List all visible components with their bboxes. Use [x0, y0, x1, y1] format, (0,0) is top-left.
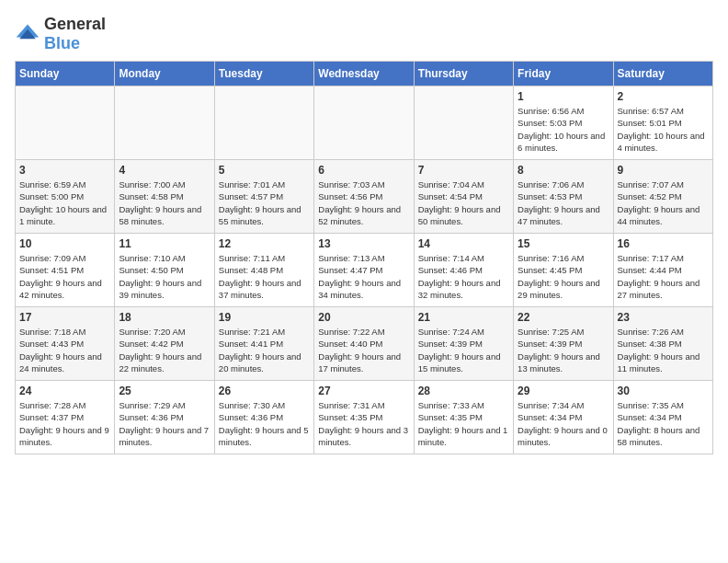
logo: General Blue [15, 15, 106, 53]
calendar-cell: 30Sunrise: 7:35 AM Sunset: 4:34 PM Dayli… [613, 381, 712, 454]
day-number: 4 [119, 164, 210, 177]
day-number: 22 [518, 311, 609, 324]
day-info: Sunrise: 7:35 AM Sunset: 4:34 PM Dayligh… [618, 399, 709, 448]
day-info: Sunrise: 7:18 AM Sunset: 4:43 PM Dayligh… [19, 326, 110, 374]
day-info: Sunrise: 7:00 AM Sunset: 4:58 PM Dayligh… [119, 178, 210, 227]
day-number: 10 [19, 237, 110, 250]
calendar-cell: 2Sunrise: 6:57 AM Sunset: 5:01 PM Daylig… [613, 86, 712, 160]
calendar-cell: 22Sunrise: 7:25 AM Sunset: 4:39 PM Dayli… [514, 307, 613, 381]
header-sunday: Sunday [16, 62, 115, 86]
header-saturday: Saturday [613, 62, 712, 86]
day-info: Sunrise: 7:31 AM Sunset: 4:35 PM Dayligh… [318, 399, 409, 448]
day-number: 16 [618, 237, 709, 250]
calendar-week-row: 17Sunrise: 7:18 AM Sunset: 4:43 PM Dayli… [16, 307, 713, 381]
calendar-table: SundayMondayTuesdayWednesdayThursdayFrid… [15, 61, 713, 454]
day-info: Sunrise: 7:33 AM Sunset: 4:35 PM Dayligh… [418, 399, 509, 448]
calendar-cell: 15Sunrise: 7:16 AM Sunset: 4:45 PM Dayli… [514, 234, 613, 307]
day-info: Sunrise: 7:21 AM Sunset: 4:41 PM Dayligh… [219, 326, 310, 374]
day-info: Sunrise: 7:06 AM Sunset: 4:53 PM Dayligh… [518, 178, 609, 227]
day-info: Sunrise: 7:26 AM Sunset: 4:38 PM Dayligh… [618, 326, 709, 374]
calendar-cell: 14Sunrise: 7:14 AM Sunset: 4:46 PM Dayli… [414, 234, 513, 307]
calendar-cell: 4Sunrise: 7:00 AM Sunset: 4:58 PM Daylig… [115, 160, 214, 234]
day-info: Sunrise: 7:01 AM Sunset: 4:57 PM Dayligh… [219, 178, 310, 227]
calendar-cell: 25Sunrise: 7:29 AM Sunset: 4:36 PM Dayli… [115, 381, 214, 454]
day-info: Sunrise: 6:57 AM Sunset: 5:01 PM Dayligh… [618, 105, 709, 154]
day-info: Sunrise: 7:20 AM Sunset: 4:42 PM Dayligh… [119, 326, 210, 374]
day-info: Sunrise: 7:22 AM Sunset: 4:40 PM Dayligh… [318, 326, 409, 374]
calendar-cell: 9Sunrise: 7:07 AM Sunset: 4:52 PM Daylig… [613, 160, 712, 234]
day-info: Sunrise: 7:14 AM Sunset: 4:46 PM Dayligh… [418, 252, 509, 301]
calendar-cell: 19Sunrise: 7:21 AM Sunset: 4:41 PM Dayli… [214, 307, 313, 381]
day-info: Sunrise: 6:56 AM Sunset: 5:03 PM Dayligh… [518, 105, 609, 154]
calendar-cell: 12Sunrise: 7:11 AM Sunset: 4:48 PM Dayli… [214, 234, 313, 307]
day-number: 8 [518, 164, 609, 177]
day-number: 15 [518, 237, 609, 250]
day-info: Sunrise: 7:11 AM Sunset: 4:48 PM Dayligh… [219, 252, 310, 301]
day-number: 21 [418, 311, 509, 324]
day-number: 23 [618, 311, 709, 324]
day-number: 29 [518, 385, 609, 397]
day-info: Sunrise: 7:17 AM Sunset: 4:44 PM Dayligh… [618, 252, 709, 301]
day-number: 3 [19, 164, 110, 177]
calendar-cell: 17Sunrise: 7:18 AM Sunset: 4:43 PM Dayli… [16, 307, 115, 381]
calendar-cell: 29Sunrise: 7:34 AM Sunset: 4:34 PM Dayli… [514, 381, 613, 454]
calendar-week-row: 1Sunrise: 6:56 AM Sunset: 5:03 PM Daylig… [16, 86, 713, 160]
day-info: Sunrise: 7:07 AM Sunset: 4:52 PM Dayligh… [618, 178, 709, 227]
header-friday: Friday [514, 62, 613, 86]
calendar-cell: 27Sunrise: 7:31 AM Sunset: 4:35 PM Dayli… [314, 381, 414, 454]
day-info: Sunrise: 7:34 AM Sunset: 4:34 PM Dayligh… [518, 399, 609, 448]
day-number: 1 [518, 90, 609, 103]
calendar-cell [16, 86, 115, 160]
calendar-cell: 3Sunrise: 6:59 AM Sunset: 5:00 PM Daylig… [16, 160, 115, 234]
day-number: 17 [19, 311, 110, 324]
calendar-cell: 21Sunrise: 7:24 AM Sunset: 4:39 PM Dayli… [414, 307, 513, 381]
calendar-week-row: 10Sunrise: 7:09 AM Sunset: 4:51 PM Dayli… [16, 234, 713, 307]
calendar-header-row: SundayMondayTuesdayWednesdayThursdayFrid… [16, 62, 713, 86]
logo-general: General [44, 15, 106, 33]
day-number: 19 [219, 311, 310, 324]
day-number: 27 [318, 385, 409, 397]
calendar-cell: 26Sunrise: 7:30 AM Sunset: 4:36 PM Dayli… [214, 381, 313, 454]
calendar-cell [115, 86, 214, 160]
logo-blue: Blue [44, 34, 80, 52]
day-number: 9 [618, 164, 709, 177]
day-info: Sunrise: 7:13 AM Sunset: 4:47 PM Dayligh… [318, 252, 409, 301]
day-number: 28 [418, 385, 509, 397]
day-info: Sunrise: 7:25 AM Sunset: 4:39 PM Dayligh… [518, 326, 609, 374]
header-thursday: Thursday [414, 62, 513, 86]
day-info: Sunrise: 7:30 AM Sunset: 4:36 PM Dayligh… [219, 399, 310, 448]
day-info: Sunrise: 6:59 AM Sunset: 5:00 PM Dayligh… [19, 178, 110, 227]
day-info: Sunrise: 7:04 AM Sunset: 4:54 PM Dayligh… [418, 178, 509, 227]
calendar-cell: 7Sunrise: 7:04 AM Sunset: 4:54 PM Daylig… [414, 160, 513, 234]
calendar-cell: 11Sunrise: 7:10 AM Sunset: 4:50 PM Dayli… [115, 234, 214, 307]
day-info: Sunrise: 7:29 AM Sunset: 4:36 PM Dayligh… [119, 399, 210, 448]
calendar-cell: 6Sunrise: 7:03 AM Sunset: 4:56 PM Daylig… [314, 160, 414, 234]
calendar-cell: 28Sunrise: 7:33 AM Sunset: 4:35 PM Dayli… [414, 381, 513, 454]
calendar-week-row: 24Sunrise: 7:28 AM Sunset: 4:37 PM Dayli… [16, 381, 713, 454]
day-info: Sunrise: 7:24 AM Sunset: 4:39 PM Dayligh… [418, 326, 509, 374]
header-tuesday: Tuesday [214, 62, 313, 86]
day-number: 2 [618, 90, 709, 103]
calendar-cell: 5Sunrise: 7:01 AM Sunset: 4:57 PM Daylig… [214, 160, 313, 234]
calendar-cell: 23Sunrise: 7:26 AM Sunset: 4:38 PM Dayli… [613, 307, 712, 381]
day-number: 5 [219, 164, 310, 177]
header-monday: Monday [115, 62, 214, 86]
day-number: 25 [119, 385, 210, 397]
header-wednesday: Wednesday [314, 62, 414, 86]
calendar-cell: 1Sunrise: 6:56 AM Sunset: 5:03 PM Daylig… [514, 86, 613, 160]
calendar-week-row: 3Sunrise: 6:59 AM Sunset: 5:00 PM Daylig… [16, 160, 713, 234]
day-number: 14 [418, 237, 509, 250]
logo-icon [15, 21, 40, 47]
day-info: Sunrise: 7:03 AM Sunset: 4:56 PM Dayligh… [318, 178, 409, 227]
calendar-cell: 24Sunrise: 7:28 AM Sunset: 4:37 PM Dayli… [16, 381, 115, 454]
day-number: 13 [318, 237, 409, 250]
day-number: 7 [418, 164, 509, 177]
calendar-cell: 16Sunrise: 7:17 AM Sunset: 4:44 PM Dayli… [613, 234, 712, 307]
day-number: 20 [318, 311, 409, 324]
calendar-cell: 13Sunrise: 7:13 AM Sunset: 4:47 PM Dayli… [314, 234, 414, 307]
day-number: 11 [119, 237, 210, 250]
calendar-cell [214, 86, 313, 160]
calendar-cell: 18Sunrise: 7:20 AM Sunset: 4:42 PM Dayli… [115, 307, 214, 381]
day-info: Sunrise: 7:28 AM Sunset: 4:37 PM Dayligh… [19, 399, 110, 448]
calendar-cell [314, 86, 414, 160]
